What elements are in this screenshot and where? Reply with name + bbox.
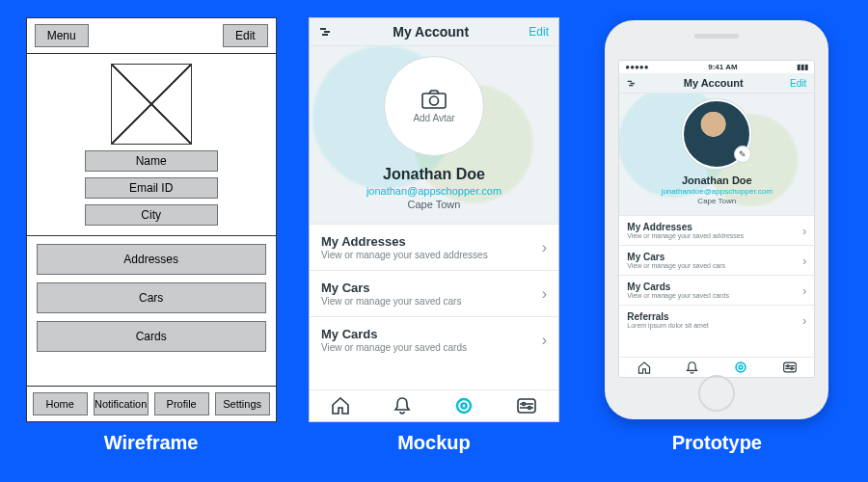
svg-point-11 <box>791 367 793 369</box>
tab-notification[interactable]: Notification <box>94 392 149 415</box>
svg-point-7 <box>736 362 746 372</box>
tab-home[interactable]: Home <box>33 392 88 415</box>
user-email[interactable]: jonathan@appschopper.com <box>366 185 502 197</box>
svg-point-5 <box>523 403 526 406</box>
edit-button[interactable]: Edit <box>529 25 549 39</box>
mockup-header: My Account Edit <box>310 18 558 46</box>
camera-icon <box>421 90 447 109</box>
chevron-right-icon: › <box>802 313 806 328</box>
pencil-icon[interactable]: ✎ <box>734 146 751 163</box>
wireframe-avatar-area <box>27 54 276 150</box>
user-email[interactable]: jonathandoe@appschopper.com <box>662 187 773 196</box>
tab-settings[interactable]: Settings <box>215 392 270 415</box>
prototype-tabbar <box>619 357 814 377</box>
bell-icon[interactable] <box>393 397 411 415</box>
add-avatar-button[interactable]: Add Avtar <box>384 56 484 156</box>
phone-chrome: ●●●●● 9:41 AM ▮▮▮ My Account Edit ✎ Jona… <box>605 20 828 419</box>
wireframe-column: Menu Edit Name Email ID City Addresses C… <box>26 17 277 454</box>
settings-icon[interactable] <box>517 398 536 414</box>
svg-point-1 <box>429 96 438 105</box>
menu-button[interactable]: Menu <box>35 24 89 47</box>
profile-icon[interactable] <box>454 396 474 415</box>
home-icon[interactable] <box>637 362 651 374</box>
email-field[interactable]: Email ID <box>85 177 218 199</box>
chevron-right-icon: › <box>542 239 547 256</box>
list-item-title: Referrals <box>627 311 708 322</box>
city-field[interactable]: City <box>85 204 218 226</box>
bell-icon[interactable] <box>686 362 698 374</box>
prototype-column: ●●●●● 9:41 AM ▮▮▮ My Account Edit ✎ Jona… <box>591 17 842 454</box>
profile-icon[interactable] <box>734 361 747 374</box>
wireframe-screen: Menu Edit Name Email ID City Addresses C… <box>26 17 277 422</box>
prototype-list: My AddressesView or manage your saved ad… <box>619 215 814 357</box>
list-item-title: My Addresses <box>321 234 488 249</box>
chevron-right-icon: › <box>802 224 806 238</box>
svg-rect-4 <box>518 399 535 413</box>
mockup-tabbar <box>310 389 558 421</box>
chevron-right-icon: › <box>802 283 806 298</box>
wireframe-tabbar: Home Notification Profile Settings <box>27 387 276 421</box>
list-item-cards[interactable]: My CardsView or manage your saved cards … <box>619 275 814 305</box>
cars-row[interactable]: Cars <box>37 282 266 313</box>
signal-dots: ●●●●● <box>625 63 648 71</box>
settings-icon[interactable] <box>783 362 797 373</box>
wireframe-topbar: Menu Edit <box>27 18 276 54</box>
page-title: My Account <box>684 77 744 89</box>
prototype-screen: ●●●●● 9:41 AM ▮▮▮ My Account Edit ✎ Jona… <box>618 60 815 378</box>
chevron-right-icon: › <box>542 285 547 303</box>
user-name: Jonathan Doe <box>682 174 752 186</box>
svg-point-8 <box>739 365 743 369</box>
list-item-cards[interactable]: My Cards View or manage your saved cards… <box>310 316 558 362</box>
home-icon[interactable] <box>331 397 350 415</box>
list-item-addresses[interactable]: My AddressesView or manage your saved ad… <box>619 215 814 245</box>
mockup-list: My Addresses View or manage your saved a… <box>310 224 558 389</box>
svg-point-3 <box>462 403 467 408</box>
list-item-title: My Cards <box>627 281 729 292</box>
list-item-cars[interactable]: My Cars View or manage your saved cars › <box>310 270 558 316</box>
mockup-column: My Account Edit Add Avtar Jonathan Doe j… <box>309 17 559 454</box>
drag-handle-icon <box>627 79 637 88</box>
list-item-title: My Cars <box>321 281 461 295</box>
avatar[interactable]: ✎ <box>682 99 751 169</box>
list-item-subtitle: View or manage your saved cards <box>627 292 729 299</box>
addresses-row[interactable]: Addresses <box>37 244 266 275</box>
drag-handle-icon <box>319 26 333 38</box>
prototype-caption: Prototype <box>672 432 762 454</box>
list-item-subtitle: View or manage your saved cards <box>321 342 467 353</box>
status-time: 9:41 AM <box>708 63 737 71</box>
svg-point-6 <box>529 407 531 410</box>
user-name: Jonathan Doe <box>383 166 485 183</box>
mockup-caption: Mockup <box>397 432 471 454</box>
avatar-placeholder[interactable] <box>111 64 192 145</box>
list-item-title: My Cars <box>627 252 725 262</box>
list-item-referrals[interactable]: ReferralsLorem ipsum dolor sit amet › <box>619 305 814 335</box>
wireframe-caption: Wireframe <box>104 432 199 454</box>
prototype-wrap: ●●●●● 9:41 AM ▮▮▮ My Account Edit ✎ Jona… <box>591 17 842 422</box>
mockup-profile-area: Add Avtar Jonathan Doe jonathan@appschop… <box>310 46 558 224</box>
svg-rect-9 <box>784 362 797 372</box>
list-item-subtitle: View or manage your saved addresses <box>321 250 488 260</box>
list-item-cars[interactable]: My CarsView or manage your saved cars › <box>619 245 814 275</box>
prototype-profile-area: ✎ Jonathan Doe jonathandoe@appschopper.c… <box>619 94 814 215</box>
list-item-title: My Cards <box>321 327 467 341</box>
battery-icon: ▮▮▮ <box>797 63 808 71</box>
wireframe-list: Addresses Cars Cards <box>27 236 276 387</box>
page-title: My Account <box>393 24 469 40</box>
edit-button[interactable]: Edit <box>223 24 268 47</box>
tab-profile[interactable]: Profile <box>154 392 209 415</box>
status-bar: ●●●●● 9:41 AM ▮▮▮ <box>619 61 814 73</box>
list-item-addresses[interactable]: My Addresses View or manage your saved a… <box>310 224 558 270</box>
chevron-right-icon: › <box>802 254 806 268</box>
svg-point-2 <box>457 399 471 413</box>
wireframe-fields: Name Email ID City <box>27 150 276 236</box>
svg-point-10 <box>787 365 789 367</box>
list-item-title: My Addresses <box>627 222 744 232</box>
mockup-screen: My Account Edit Add Avtar Jonathan Doe j… <box>309 17 559 422</box>
edit-button[interactable]: Edit <box>790 78 806 89</box>
cards-row[interactable]: Cards <box>37 321 266 352</box>
list-item-subtitle: Lorem ipsum dolor sit amet <box>627 322 708 329</box>
add-avatar-label: Add Avtar <box>413 113 454 123</box>
name-field[interactable]: Name <box>85 150 218 172</box>
list-item-subtitle: View or manage your saved cars <box>321 296 461 307</box>
list-item-subtitle: View or manage your saved cars <box>627 262 725 269</box>
